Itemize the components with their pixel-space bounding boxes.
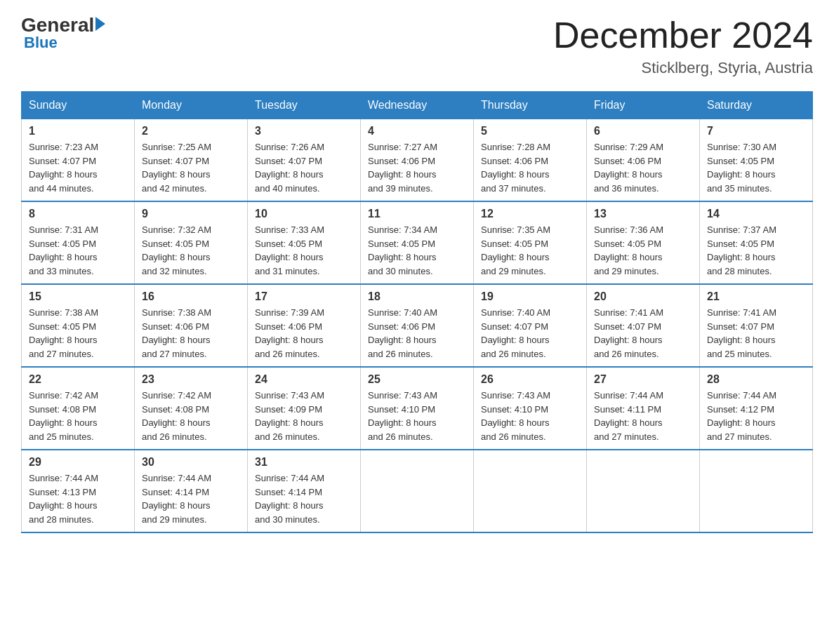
calendar-cell: 13 Sunrise: 7:36 AM Sunset: 4:05 PM Dayl…	[587, 201, 700, 284]
day-info: Sunrise: 7:44 AM Sunset: 4:14 PM Dayligh…	[142, 473, 211, 525]
calendar-cell: 26 Sunrise: 7:43 AM Sunset: 4:10 PM Dayl…	[474, 367, 587, 450]
day-number: 30	[142, 456, 240, 469]
calendar-cell: 2 Sunrise: 7:25 AM Sunset: 4:07 PM Dayli…	[135, 119, 248, 202]
calendar-header-row: SundayMondayTuesdayWednesdayThursdayFrid…	[22, 92, 813, 119]
calendar-cell: 15 Sunrise: 7:38 AM Sunset: 4:05 PM Dayl…	[22, 284, 135, 367]
calendar-cell: 29 Sunrise: 7:44 AM Sunset: 4:13 PM Dayl…	[22, 450, 135, 532]
day-info: Sunrise: 7:41 AM Sunset: 4:07 PM Dayligh…	[707, 307, 776, 359]
calendar-cell: 7 Sunrise: 7:30 AM Sunset: 4:05 PM Dayli…	[700, 119, 813, 202]
calendar-cell: 18 Sunrise: 7:40 AM Sunset: 4:06 PM Dayl…	[361, 284, 474, 367]
calendar-cell: 21 Sunrise: 7:41 AM Sunset: 4:07 PM Dayl…	[700, 284, 813, 367]
day-number: 11	[368, 208, 466, 220]
day-number: 25	[368, 373, 466, 386]
day-number: 16	[142, 290, 240, 303]
calendar-cell: 4 Sunrise: 7:27 AM Sunset: 4:06 PM Dayli…	[361, 119, 474, 202]
logo: General Blue	[21, 14, 105, 52]
calendar-cell: 8 Sunrise: 7:31 AM Sunset: 4:05 PM Dayli…	[22, 201, 135, 284]
day-info: Sunrise: 7:43 AM Sunset: 4:09 PM Dayligh…	[255, 390, 324, 442]
day-info: Sunrise: 7:38 AM Sunset: 4:05 PM Dayligh…	[29, 307, 98, 359]
day-number: 5	[481, 125, 579, 137]
day-info: Sunrise: 7:33 AM Sunset: 4:05 PM Dayligh…	[255, 224, 324, 276]
day-info: Sunrise: 7:36 AM Sunset: 4:05 PM Dayligh…	[594, 224, 663, 276]
calendar-cell	[700, 450, 813, 532]
calendar-cell: 23 Sunrise: 7:42 AM Sunset: 4:08 PM Dayl…	[135, 367, 248, 450]
day-info: Sunrise: 7:41 AM Sunset: 4:07 PM Dayligh…	[594, 307, 663, 359]
day-number: 18	[368, 290, 466, 303]
calendar-cell	[474, 450, 587, 532]
calendar-cell: 28 Sunrise: 7:44 AM Sunset: 4:12 PM Dayl…	[700, 367, 813, 450]
day-info: Sunrise: 7:40 AM Sunset: 4:06 PM Dayligh…	[368, 307, 437, 359]
location-text: Sticklberg, Styria, Austria	[553, 59, 813, 77]
day-header-tuesday: Tuesday	[248, 92, 361, 119]
calendar-cell: 16 Sunrise: 7:38 AM Sunset: 4:06 PM Dayl…	[135, 284, 248, 367]
day-info: Sunrise: 7:42 AM Sunset: 4:08 PM Dayligh…	[29, 390, 98, 442]
day-number: 6	[594, 125, 692, 137]
calendar-cell: 14 Sunrise: 7:37 AM Sunset: 4:05 PM Dayl…	[700, 201, 813, 284]
day-number: 12	[481, 208, 579, 220]
day-header-thursday: Thursday	[474, 92, 587, 119]
day-info: Sunrise: 7:43 AM Sunset: 4:10 PM Dayligh…	[368, 390, 437, 442]
day-number: 17	[255, 290, 353, 303]
day-info: Sunrise: 7:44 AM Sunset: 4:13 PM Dayligh…	[29, 473, 98, 525]
day-info: Sunrise: 7:44 AM Sunset: 4:12 PM Dayligh…	[707, 390, 776, 442]
calendar-cell: 1 Sunrise: 7:23 AM Sunset: 4:07 PM Dayli…	[22, 119, 135, 202]
calendar-cell: 20 Sunrise: 7:41 AM Sunset: 4:07 PM Dayl…	[587, 284, 700, 367]
day-info: Sunrise: 7:44 AM Sunset: 4:14 PM Dayligh…	[255, 473, 324, 525]
calendar-cell: 3 Sunrise: 7:26 AM Sunset: 4:07 PM Dayli…	[248, 119, 361, 202]
calendar-cell: 6 Sunrise: 7:29 AM Sunset: 4:06 PM Dayli…	[587, 119, 700, 202]
day-number: 2	[142, 125, 240, 137]
calendar-cell: 27 Sunrise: 7:44 AM Sunset: 4:11 PM Dayl…	[587, 367, 700, 450]
day-number: 10	[255, 208, 353, 220]
calendar-week-row: 15 Sunrise: 7:38 AM Sunset: 4:05 PM Dayl…	[22, 284, 813, 367]
day-number: 4	[368, 125, 466, 137]
day-header-saturday: Saturday	[700, 92, 813, 119]
day-number: 7	[707, 125, 805, 137]
day-number: 9	[142, 208, 240, 220]
day-header-wednesday: Wednesday	[361, 92, 474, 119]
day-info: Sunrise: 7:42 AM Sunset: 4:08 PM Dayligh…	[142, 390, 211, 442]
day-header-friday: Friday	[587, 92, 700, 119]
day-info: Sunrise: 7:39 AM Sunset: 4:06 PM Dayligh…	[255, 307, 324, 359]
day-info: Sunrise: 7:29 AM Sunset: 4:06 PM Dayligh…	[594, 142, 663, 194]
calendar-cell: 30 Sunrise: 7:44 AM Sunset: 4:14 PM Dayl…	[135, 450, 248, 532]
calendar-cell: 5 Sunrise: 7:28 AM Sunset: 4:06 PM Dayli…	[474, 119, 587, 202]
day-number: 28	[707, 373, 805, 386]
calendar-cell: 22 Sunrise: 7:42 AM Sunset: 4:08 PM Dayl…	[22, 367, 135, 450]
calendar-week-row: 1 Sunrise: 7:23 AM Sunset: 4:07 PM Dayli…	[22, 119, 813, 202]
calendar-table: SundayMondayTuesdayWednesdayThursdayFrid…	[21, 91, 813, 533]
calendar-cell: 25 Sunrise: 7:43 AM Sunset: 4:10 PM Dayl…	[361, 367, 474, 450]
day-number: 15	[29, 290, 127, 303]
day-info: Sunrise: 7:35 AM Sunset: 4:05 PM Dayligh…	[481, 224, 550, 276]
day-header-monday: Monday	[135, 92, 248, 119]
day-number: 14	[707, 208, 805, 220]
calendar-cell: 9 Sunrise: 7:32 AM Sunset: 4:05 PM Dayli…	[135, 201, 248, 284]
day-number: 31	[255, 456, 353, 469]
day-number: 29	[29, 456, 127, 469]
day-info: Sunrise: 7:44 AM Sunset: 4:11 PM Dayligh…	[594, 390, 663, 442]
calendar-cell: 19 Sunrise: 7:40 AM Sunset: 4:07 PM Dayl…	[474, 284, 587, 367]
calendar-cell	[587, 450, 700, 532]
day-info: Sunrise: 7:37 AM Sunset: 4:05 PM Dayligh…	[707, 224, 776, 276]
logo-arrow-icon	[95, 17, 105, 31]
day-number: 26	[481, 373, 579, 386]
day-number: 13	[594, 208, 692, 220]
calendar-cell: 17 Sunrise: 7:39 AM Sunset: 4:06 PM Dayl…	[248, 284, 361, 367]
calendar-cell: 31 Sunrise: 7:44 AM Sunset: 4:14 PM Dayl…	[248, 450, 361, 532]
day-info: Sunrise: 7:26 AM Sunset: 4:07 PM Dayligh…	[255, 142, 324, 194]
day-info: Sunrise: 7:31 AM Sunset: 4:05 PM Dayligh…	[29, 224, 98, 276]
calendar-cell	[361, 450, 474, 532]
day-number: 20	[594, 290, 692, 303]
day-number: 27	[594, 373, 692, 386]
day-number: 22	[29, 373, 127, 386]
title-block: December 2024 Sticklberg, Styria, Austri…	[553, 14, 813, 77]
day-info: Sunrise: 7:34 AM Sunset: 4:05 PM Dayligh…	[368, 224, 437, 276]
calendar-week-row: 8 Sunrise: 7:31 AM Sunset: 4:05 PM Dayli…	[22, 201, 813, 284]
day-info: Sunrise: 7:30 AM Sunset: 4:05 PM Dayligh…	[707, 142, 776, 194]
day-number: 8	[29, 208, 127, 220]
day-number: 24	[255, 373, 353, 386]
day-info: Sunrise: 7:40 AM Sunset: 4:07 PM Dayligh…	[481, 307, 550, 359]
day-number: 3	[255, 125, 353, 137]
day-number: 23	[142, 373, 240, 386]
logo-blue-text: Blue	[24, 34, 58, 52]
day-number: 19	[481, 290, 579, 303]
